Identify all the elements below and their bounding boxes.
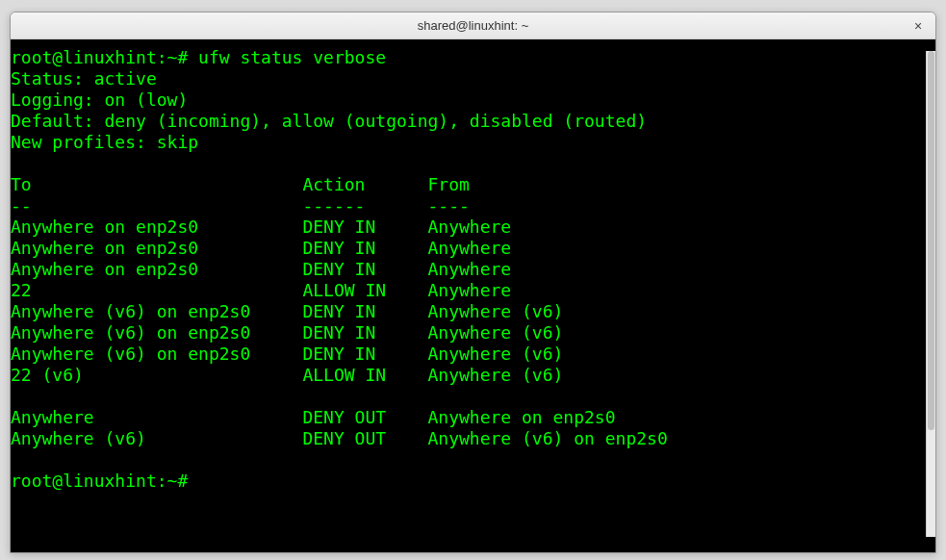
- terminal-line: 22 ALLOW IN Anywhere: [11, 280, 935, 301]
- terminal-line: New profiles: skip: [11, 132, 935, 153]
- terminal-line: Anywhere on enp2s0 DENY IN Anywhere: [11, 216, 935, 238]
- terminal-line: Anywhere DENY OUT Anywhere on enp2s0: [11, 407, 935, 428]
- terminal-line: To Action From: [11, 174, 935, 195]
- terminal-line: -- ------ ----: [11, 195, 935, 216]
- terminal-line: Anywhere (v6) on enp2s0 DENY IN Anywhere…: [11, 322, 935, 344]
- terminal-line: Logging: on (low): [11, 89, 935, 111]
- terminal-line: root@linuxhint:~#: [11, 471, 935, 492]
- terminal-line: Anywhere (v6) DENY OUT Anywhere (v6) on …: [11, 428, 935, 449]
- scrollbar[interactable]: [926, 51, 935, 537]
- terminal-line: Default: deny (incoming), allow (outgoin…: [11, 111, 935, 132]
- terminal-line: Anywhere (v6) on enp2s0 DENY IN Anywhere…: [11, 344, 935, 365]
- close-icon[interactable]: ×: [908, 16, 928, 36]
- terminal-line: root@linuxhint:~# ufw status verbose: [11, 47, 935, 68]
- terminal-line: [11, 449, 935, 471]
- terminal-window: shared@linuxhint: ~ × root@linuxhint:~# …: [10, 12, 936, 553]
- window-title: shared@linuxhint: ~: [418, 18, 528, 33]
- terminal-body[interactable]: root@linuxhint:~# ufw status verboseStat…: [11, 39, 935, 552]
- terminal-line: Anywhere (v6) on enp2s0 DENY IN Anywhere…: [11, 301, 935, 322]
- terminal-line: [11, 386, 935, 407]
- terminal-line: Status: active: [11, 68, 935, 89]
- scroll-thumb[interactable]: [928, 51, 934, 430]
- titlebar[interactable]: shared@linuxhint: ~ ×: [11, 13, 935, 39]
- terminal-line: Anywhere on enp2s0 DENY IN Anywhere: [11, 238, 935, 259]
- terminal-line: Anywhere on enp2s0 DENY IN Anywhere: [11, 259, 935, 280]
- terminal-line: 22 (v6) ALLOW IN Anywhere (v6): [11, 365, 935, 386]
- terminal-line: [11, 153, 935, 174]
